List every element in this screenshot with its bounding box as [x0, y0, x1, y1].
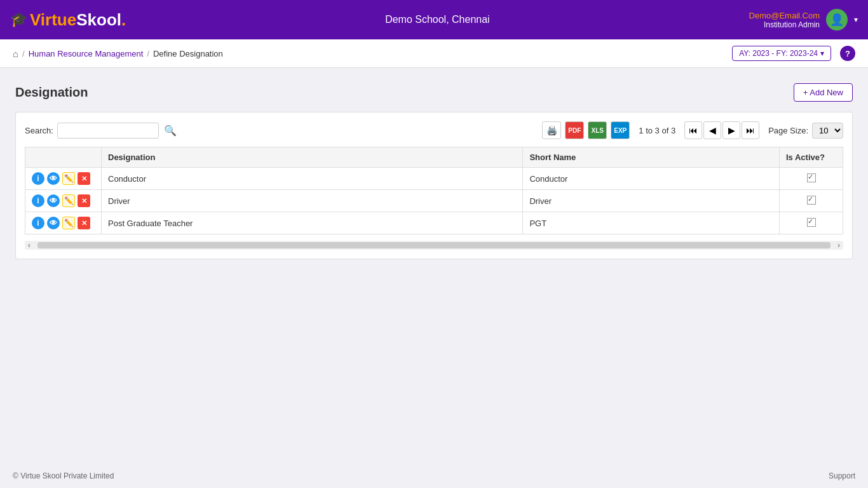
avatar[interactable]: 👤 — [826, 9, 848, 30]
action-icons-2: i 👁 ✏️ ✕ — [32, 217, 95, 229]
cell-isactive — [780, 190, 843, 212]
edit-button-1[interactable]: ✏️ — [62, 194, 75, 207]
cell-shortname: Conductor — [523, 168, 780, 190]
breadcrumb-right: AY: 2023 - FY: 2023-24 ▾ ? — [732, 46, 855, 61]
footer-copyright: © Virtue Skool Private Limited — [13, 471, 114, 480]
last-page-button[interactable]: ⏭ — [742, 121, 759, 139]
logo-dot: . — [121, 10, 126, 29]
delete-button-1[interactable]: ✕ — [78, 194, 90, 207]
table-row: i 👁 ✏️ ✕ Post Graduate TeacherPGT — [25, 212, 843, 234]
col-actions — [25, 147, 102, 168]
logo-skool: Skool — [76, 10, 121, 29]
active-checkbox — [807, 196, 816, 205]
breadcrumb-bar: ⌂ / Human Resource Management / Define D… — [0, 39, 868, 68]
school-name: Demo School, Chennai — [385, 14, 490, 25]
page-size-label: Page Size: — [768, 126, 808, 135]
export-button[interactable]: EXP — [611, 121, 630, 139]
logo-virtue: Virtue — [30, 10, 76, 29]
search-button[interactable]: 🔍 — [163, 123, 178, 138]
cell-isactive — [780, 168, 843, 190]
designation-table: Designation Short Name Is Active? i 👁 ✏️… — [25, 147, 843, 234]
user-info: Demo@Email.Com Institution Admin — [749, 11, 820, 29]
help-button[interactable]: ? — [840, 46, 855, 61]
breadcrumb-sep2: / — [147, 49, 149, 58]
horizontal-scrollbar[interactable]: ‹ › — [25, 241, 843, 250]
delete-button-2[interactable]: ✕ — [78, 217, 90, 229]
edit-button-2[interactable]: ✏️ — [62, 217, 75, 229]
view-button-1[interactable]: 👁 — [47, 194, 60, 207]
logo-hat-icon — [10, 11, 27, 28]
delete-button-0[interactable]: ✕ — [78, 172, 90, 185]
page-title: Designation — [15, 85, 88, 100]
scroll-right-arrow[interactable]: › — [834, 241, 843, 250]
view-button-0[interactable]: 👁 — [47, 172, 60, 185]
header-dropdown-arrow[interactable]: ▾ — [854, 15, 858, 24]
prev-page-button[interactable]: ◀ — [703, 121, 721, 139]
col-designation: Designation — [102, 147, 523, 168]
scroll-thumb — [37, 242, 831, 248]
breadcrumb-hrm-link[interactable]: Human Resource Management — [29, 49, 144, 58]
cell-isactive — [780, 212, 843, 234]
scroll-left-arrow[interactable]: ‹ — [25, 241, 34, 250]
page-title-row: Designation + Add New — [15, 83, 853, 102]
main-content: Designation + Add New Search: 🔍 🖨️ PDF X… — [0, 68, 868, 274]
ay-label: AY: 2023 - FY: 2023-24 — [739, 49, 818, 58]
home-icon[interactable]: ⌂ — [13, 48, 18, 59]
info-button-2[interactable]: i — [32, 217, 44, 229]
action-icons-0: i 👁 ✏️ ✕ — [32, 172, 95, 185]
toolbar-right: 🖨️ PDF XLS EXP 1 to 3 of 3 ⏮ ◀ ▶ ⏭ Page … — [542, 121, 843, 139]
table-toolbar: Search: 🔍 🖨️ PDF XLS EXP 1 to 3 of 3 ⏮ ◀… — [25, 121, 843, 139]
user-email: Demo@Email.Com — [749, 11, 820, 20]
cell-shortname: Driver — [523, 190, 780, 212]
add-new-button[interactable]: + Add New — [794, 83, 853, 102]
cell-designation: Conductor — [102, 168, 523, 190]
cell-shortname: PGT — [523, 212, 780, 234]
page-size-select[interactable]: 10 25 50 — [812, 123, 843, 139]
action-icons-1: i 👁 ✏️ ✕ — [32, 194, 95, 207]
breadcrumb: ⌂ / Human Resource Management / Define D… — [13, 48, 223, 59]
next-page-button[interactable]: ▶ — [722, 121, 740, 139]
header: VirtueSkool. Demo School, Chennai Demo@E… — [0, 0, 868, 39]
user-role: Institution Admin — [749, 20, 820, 29]
cell-designation: Post Graduate Teacher — [102, 212, 523, 234]
view-button-2[interactable]: 👁 — [47, 217, 60, 229]
col-isactive: Is Active? — [780, 147, 843, 168]
search-label: Search: — [25, 126, 53, 135]
table-container: Search: 🔍 🖨️ PDF XLS EXP 1 to 3 of 3 ⏮ ◀… — [15, 112, 853, 259]
page-nav: ⏮ ◀ ▶ ⏭ — [684, 121, 759, 139]
ay-selector[interactable]: AY: 2023 - FY: 2023-24 ▾ — [732, 46, 831, 61]
table-row: i 👁 ✏️ ✕ ConductorConductor — [25, 168, 843, 190]
excel-button[interactable]: XLS — [588, 121, 607, 139]
cell-designation: Driver — [102, 190, 523, 212]
table-row: i 👁 ✏️ ✕ DriverDriver — [25, 190, 843, 212]
active-checkbox — [807, 173, 816, 182]
footer-support[interactable]: Support — [829, 471, 855, 480]
pdf-button[interactable]: PDF — [565, 121, 584, 139]
pagination-info: 1 to 3 of 3 — [639, 126, 675, 135]
logo-text: VirtueSkool. — [30, 10, 126, 30]
info-button-1[interactable]: i — [32, 194, 44, 207]
col-shortname: Short Name — [523, 147, 780, 168]
logo: VirtueSkool. — [10, 10, 126, 30]
active-checkbox — [807, 218, 816, 227]
breadcrumb-sep1: / — [22, 49, 25, 58]
ay-arrow: ▾ — [820, 49, 824, 58]
footer: © Virtue Skool Private Limited Support — [0, 464, 868, 488]
info-button-0[interactable]: i — [32, 172, 44, 185]
print-button[interactable]: 🖨️ — [542, 121, 561, 139]
search-input[interactable] — [57, 123, 159, 139]
breadcrumb-current: Define Designation — [153, 49, 223, 58]
first-page-button[interactable]: ⏮ — [684, 121, 702, 139]
search-area: Search: 🔍 — [25, 123, 178, 139]
edit-button-0[interactable]: ✏️ — [62, 172, 75, 185]
header-right: Demo@Email.Com Institution Admin 👤 ▾ — [749, 9, 858, 30]
